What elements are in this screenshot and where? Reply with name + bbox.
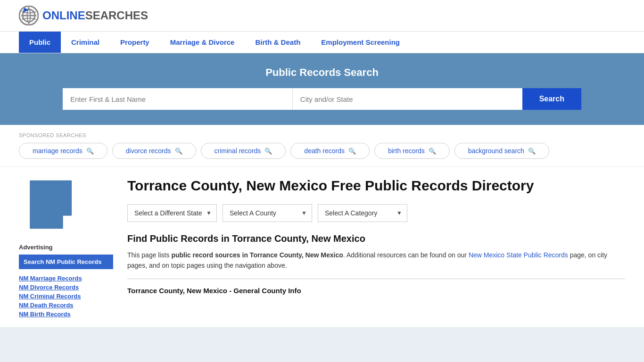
nav-item-criminal[interactable]: Criminal	[61, 32, 110, 53]
hero-search-bar: Search	[63, 88, 581, 110]
sponsored-pills: marriage records 🔍 divorce records 🔍 cri…	[19, 143, 625, 159]
nav-item-birth-death[interactable]: Birth & Death	[245, 32, 311, 53]
pill-label: birth records	[388, 147, 425, 155]
pill-marriage-records[interactable]: marriage records 🔍	[19, 143, 107, 159]
search-icon: 🔍	[528, 148, 536, 155]
dropdowns-row: Select a Different State ▼ Select A Coun…	[127, 204, 625, 222]
sidebar-link-divorce[interactable]: NM Divorce Records	[19, 284, 113, 291]
search-icon: 🔍	[86, 148, 94, 155]
search-button[interactable]: Search	[522, 88, 581, 110]
main-content: Torrance County, New Mexico Free Public …	[127, 176, 625, 318]
search-icon: 🔍	[429, 148, 436, 155]
hero-section: Public Records Search Search	[0, 53, 644, 125]
pill-label: background search	[468, 147, 524, 155]
pill-divorce-records[interactable]: divorce records 🔍	[112, 143, 196, 159]
find-records-heading: Find Public Records in Torrance County, …	[127, 233, 625, 244]
pill-label: marriage records	[33, 147, 83, 155]
logo-searches: SEARCHES	[85, 9, 148, 22]
advertising-label: Advertising	[19, 244, 113, 251]
header: ONLINESEARCHES	[0, 0, 644, 32]
nav-item-public[interactable]: Public	[19, 32, 61, 53]
nav-item-property[interactable]: Property	[110, 32, 160, 53]
main-nav: Public Criminal Property Marriage & Divo…	[0, 32, 644, 53]
search-icon: 🔍	[264, 148, 272, 155]
chevron-down-icon: ▼	[206, 210, 212, 216]
state-dropdown[interactable]: Select a Different State	[132, 206, 206, 221]
logo-icon	[19, 6, 39, 25]
desc-text-1: This page lists	[127, 251, 171, 259]
search-icon: 🔍	[175, 148, 182, 155]
location-input[interactable]	[293, 88, 522, 110]
page-title: Torrance County, New Mexico Free Public …	[127, 176, 625, 195]
ad-box[interactable]: Search NM Public Records	[19, 255, 113, 269]
search-icon: 🔍	[348, 148, 356, 155]
pill-death-records[interactable]: death records 🔍	[290, 143, 370, 159]
pill-label: death records	[304, 147, 345, 155]
nav-item-marriage-divorce[interactable]: Marriage & Divorce	[160, 32, 245, 53]
pill-label: divorce records	[126, 147, 171, 155]
description-paragraph: This page lists public record sources in…	[127, 250, 625, 271]
nav-item-employment[interactable]: Employment Screening	[311, 32, 410, 53]
content-area: Advertising Search NM Public Records NM …	[0, 167, 644, 327]
category-dropdown[interactable]: Select A Category	[323, 206, 396, 221]
svg-marker-3	[30, 181, 72, 229]
sidebar-link-death[interactable]: NM Death Records	[19, 302, 113, 309]
sidebar-links: NM Marriage Records NM Divorce Records N…	[19, 275, 113, 318]
sponsored-label: SPONSORED SEARCHES	[19, 132, 625, 138]
chevron-down-icon: ▼	[396, 210, 402, 216]
sidebar: Advertising Search NM Public Records NM …	[19, 176, 113, 318]
logo-text: ONLINESEARCHES	[42, 9, 148, 22]
hero-title: Public Records Search	[19, 66, 625, 79]
name-input[interactable]	[63, 88, 293, 110]
desc-text-2: . Additional resources can be found on o…	[343, 251, 469, 259]
pill-criminal-records[interactable]: criminal records 🔍	[201, 143, 286, 159]
sponsored-section: SPONSORED SEARCHES marriage records 🔍 di…	[0, 125, 644, 167]
state-dropdown-wrapper: Select a Different State ▼	[127, 204, 217, 222]
nm-records-link[interactable]: New Mexico State Public Records	[469, 251, 568, 259]
general-info-heading: Torrance County, New Mexico - General Co…	[127, 287, 625, 295]
section-divider	[127, 279, 625, 279]
logo: ONLINESEARCHES	[19, 6, 148, 25]
county-dropdown-wrapper: Select A County ▼	[223, 204, 312, 222]
chevron-down-icon: ▼	[301, 210, 307, 216]
state-map-nm	[19, 176, 85, 233]
pill-background-search[interactable]: background search 🔍	[454, 143, 549, 159]
logo-online: ONLINE	[42, 9, 85, 22]
pill-label: criminal records	[215, 147, 261, 155]
desc-bold: public record sources in Torrance County…	[171, 251, 343, 259]
sidebar-link-birth[interactable]: NM Birth Records	[19, 311, 113, 318]
sidebar-link-marriage[interactable]: NM Marriage Records	[19, 275, 113, 282]
pill-birth-records[interactable]: birth records 🔍	[374, 143, 450, 159]
sidebar-link-criminal[interactable]: NM Criminal Records	[19, 293, 113, 300]
county-dropdown[interactable]: Select A County	[228, 206, 301, 221]
category-dropdown-wrapper: Select A Category ▼	[318, 204, 407, 222]
